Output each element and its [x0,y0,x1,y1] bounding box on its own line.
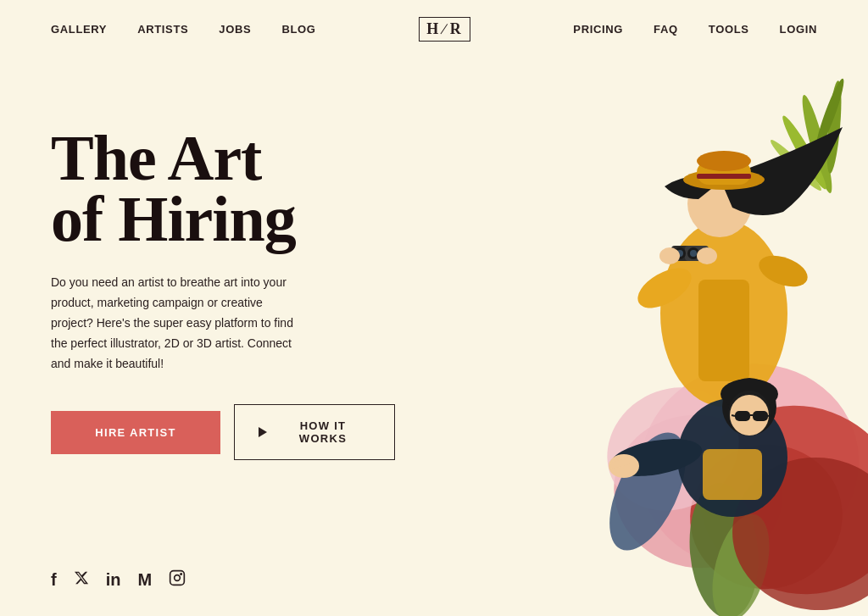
instagram-icon[interactable] [169,569,186,591]
svg-rect-22 [697,174,751,179]
navigation: GALLERYARTISTSJOBSBLOG H / R PRICINGFAQT… [0,0,868,58]
svg-line-44 [768,415,771,416]
svg-point-46 [175,575,181,581]
svg-rect-32 [703,449,762,500]
nav-link-tools[interactable]: TOOLS [709,23,749,36]
logo-r: R [450,20,463,38]
svg-rect-40 [735,411,750,421]
nav-link-blog[interactable]: BLOG [281,23,315,36]
svg-rect-45 [170,571,185,585]
hire-artist-button[interactable]: HIRE ARTIST [51,411,220,454]
button-group: HIRE ARTIST HOW IT WORKS [51,404,395,460]
nav-right: PRICINGFAQTOOLSLOGIN [573,23,817,36]
logo-h: H [426,20,440,38]
svg-point-29 [659,247,680,264]
nav-link-gallery[interactable]: GALLERY [51,23,107,36]
hero-section: The Art of Hiring Do you need an artist … [51,127,395,460]
hero-title-line2: of Hiring [51,183,296,254]
hero-description: Do you need an artist to breathe art int… [51,273,305,374]
main-content: The Art of Hiring Do you need an artist … [51,59,868,616]
svg-point-28 [690,250,697,257]
nav-left: GALLERYARTISTSJOBSBLOG [51,23,316,36]
logo-slash: / [439,19,450,39]
svg-line-43 [732,415,735,416]
nav-link-login[interactable]: LOGIN [780,23,817,36]
how-it-works-button[interactable]: HOW IT WORKS [234,404,395,460]
nav-link-artists[interactable]: ARTISTS [137,23,188,36]
linkedin-icon[interactable]: in [106,570,121,590]
twitter-icon[interactable] [74,570,89,590]
nav-link-pricing[interactable]: PRICING [573,23,623,36]
hero-illustration [368,42,868,616]
svg-point-47 [181,574,181,574]
medium-icon[interactable]: M [137,570,152,590]
nav-link-faq[interactable]: FAQ [654,23,678,36]
svg-rect-41 [753,411,768,421]
play-icon [259,427,267,437]
nav-logo[interactable]: H / R [419,17,470,42]
svg-point-21 [697,151,751,171]
nav-link-jobs[interactable]: JOBS [219,23,251,36]
svg-point-30 [697,247,717,264]
hero-title: The Art of Hiring [51,127,395,249]
facebook-icon[interactable]: f [51,570,57,590]
how-it-works-label: HOW IT WORKS [275,419,370,445]
svg-rect-15 [698,280,749,381]
social-icons: f in M [51,569,186,591]
